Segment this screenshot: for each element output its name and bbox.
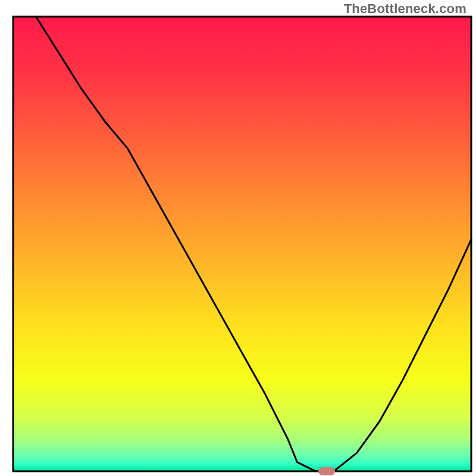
watermark-label: TheBottleneck.com [344,1,466,17]
bottleneck-chart [0,0,476,476]
optimum-marker [318,467,335,475]
chart-container: TheBottleneck.com [0,0,476,476]
chart-background [13,17,471,471]
